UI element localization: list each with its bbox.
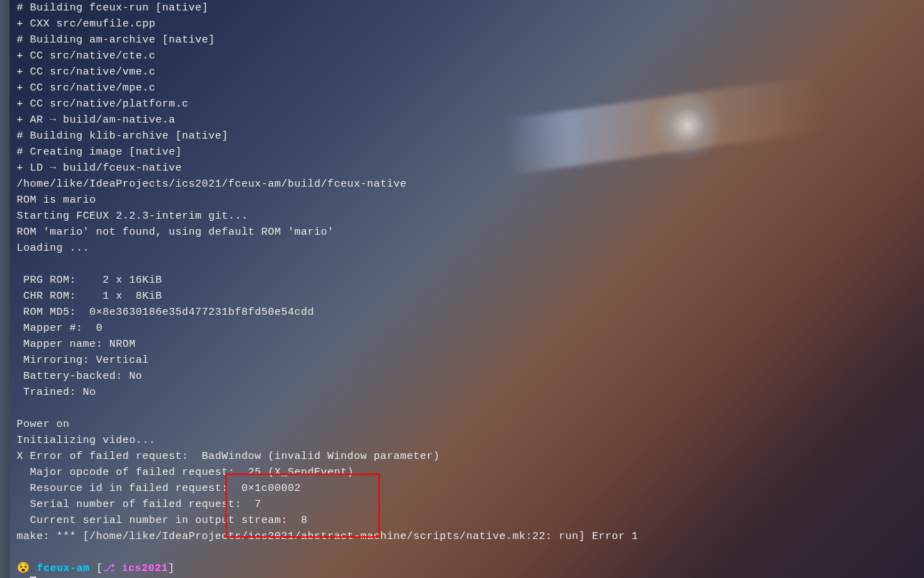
terminal-line: # Creating image [native]: [17, 144, 924, 160]
terminal-line: + LD → build/fceux-native: [17, 160, 924, 176]
terminal-line: CHR ROM: 1 x 8KiB: [17, 288, 924, 304]
terminal-line: Trained: No: [17, 384, 924, 400]
terminal-lines: # Building fceux-run [native]+ CXX src/e…: [17, 0, 924, 561]
terminal-output[interactable]: # Building fceux-run [native]+ CXX src/e…: [0, 0, 924, 578]
terminal-line: + CXX src/emufile.cpp: [17, 16, 924, 32]
terminal-line: Major opcode of failed request: 25 (X_Se…: [17, 464, 924, 481]
git-branch-icon: ⎇: [103, 563, 116, 575]
terminal-line: # Building klib-archive [native]: [17, 128, 924, 144]
terminal-line: + AR → build/am-native.a: [17, 112, 924, 128]
terminal-line: make: *** [/home/like/IdeaProjects/ics20…: [17, 529, 924, 545]
terminal-line: ROM MD5: 0×8e3630186e35d477231bf8fd50e54…: [17, 304, 924, 320]
prompt-bracket-left: [: [97, 563, 104, 575]
terminal-line: Current serial number in output stream: …: [17, 513, 924, 529]
terminal-line: Starting FCEUX 2.2.3-interim git...: [17, 208, 924, 224]
terminal-line: Mirroring: Vertical: [17, 352, 924, 368]
terminal-line: Mapper name: NROM: [17, 336, 924, 352]
terminal-line: X Error of failed request: BadWindow (in…: [17, 448, 924, 464]
terminal-line: PRG ROM: 2 x 16KiB: [17, 272, 924, 288]
terminal-line: [17, 545, 924, 561]
terminal-line: ROM is mario: [17, 192, 924, 208]
terminal-line: # Building am-archive [native]: [17, 32, 924, 48]
terminal-line: [17, 256, 924, 272]
terminal-line: Power on: [17, 416, 924, 432]
terminal-line: Loading ...: [17, 240, 924, 256]
prompt-status-icon: 😵: [17, 563, 31, 575]
terminal-line: Battery-backed: No: [17, 368, 924, 384]
terminal-line: Mapper #: 0: [17, 320, 924, 336]
terminal-line: + CC src/native/vme.c: [17, 64, 924, 80]
terminal-line: Resource id in failed request: 0×1c00002: [17, 481, 924, 497]
terminal-line: ROM 'mario' not found, using default ROM…: [17, 224, 924, 240]
prompt-bracket-right: ]: [168, 563, 175, 575]
terminal-line: Serial number of failed request: 7: [17, 497, 924, 513]
terminal-line: + CC src/native/mpe.c: [17, 80, 924, 96]
prompt-cwd: fceux-am: [37, 563, 90, 575]
shell-prompt: 😵 fceux-am [⎇ ics2021]: [17, 561, 924, 577]
terminal-line: + CC src/native/platform.c: [17, 96, 924, 112]
git-branch-name: ics2021: [122, 563, 168, 575]
terminal-line: + CC src/native/cte.c: [17, 48, 924, 64]
terminal-line: /home/like/IdeaProjects/ics2021/fceux-am…: [17, 176, 924, 192]
terminal-line: [17, 400, 924, 416]
terminal-line: Initializing video...: [17, 432, 924, 448]
terminal-line: # Building fceux-run [native]: [17, 0, 924, 16]
